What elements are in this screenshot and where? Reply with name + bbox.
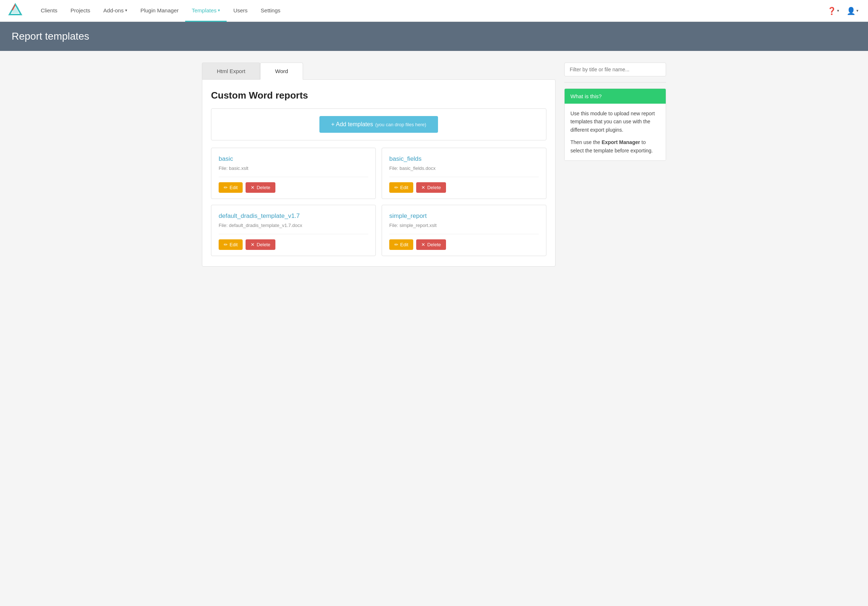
page-header: Report templates [0, 22, 868, 51]
help-icon: ❓ [827, 6, 836, 15]
template-title-simple-report[interactable]: simple_report [389, 212, 539, 220]
logo[interactable] [7, 3, 23, 19]
x-icon: ✕ [251, 242, 255, 247]
user-icon: 👤 [846, 6, 856, 15]
card-actions-basic: ✏ Edit ✕ Delete [219, 182, 368, 193]
info-box: What is this? Use this module to upload … [564, 88, 666, 161]
card-divider [219, 234, 368, 234]
pencil-icon: ✏ [224, 185, 228, 190]
nav-clients[interactable]: Clients [34, 0, 64, 22]
template-title-default-dradis[interactable]: default_dradis_template_v1.7 [219, 212, 368, 220]
template-file-basic-fields: File: basic_fields.docx [389, 166, 539, 171]
help-caret: ▾ [837, 8, 839, 13]
edit-button-simple-report[interactable]: ✏ Edit [389, 239, 413, 250]
template-card-basic: basic File: basic.xslt ✏ Edit ✕ Delete [211, 148, 376, 199]
add-templates-dropzone[interactable]: + Add templates (you can drop files here… [211, 108, 546, 140]
left-panel: Html Export Word Custom Word reports + A… [202, 62, 555, 267]
nav-settings[interactable]: Settings [254, 0, 287, 22]
tab-word[interactable]: Word [260, 62, 303, 80]
info-box-body: Use this module to upload new report tem… [564, 104, 666, 160]
pencil-icon: ✏ [224, 242, 228, 247]
delete-button-basic[interactable]: ✕ Delete [246, 182, 275, 193]
card-actions-basic-fields: ✏ Edit ✕ Delete [389, 182, 539, 193]
page-title: Report templates [12, 31, 856, 42]
nav-plugin-manager[interactable]: Plugin Manager [134, 0, 185, 22]
tab-content-word: Custom Word reports + Add templates (you… [202, 79, 555, 267]
nav-links: Clients Projects Add-ons ▾ Plugin Manage… [34, 0, 825, 22]
filter-input[interactable] [564, 62, 666, 76]
right-sidebar: What is this? Use this module to upload … [564, 62, 666, 267]
template-title-basic[interactable]: basic [219, 155, 368, 163]
template-file-default-dradis: File: default_dradis_template_v1.7.docx [219, 223, 368, 228]
x-icon: ✕ [251, 185, 255, 190]
template-card-basic-fields: basic_fields File: basic_fields.docx ✏ E… [381, 148, 546, 199]
add-templates-label: + Add templates [331, 121, 373, 128]
edit-button-default-dradis[interactable]: ✏ Edit [219, 239, 243, 250]
export-manager-link[interactable]: Export Manager [602, 139, 640, 145]
template-card-default-dradis: default_dradis_template_v1.7 File: defau… [211, 205, 376, 256]
info-text-2-before: Then use the [570, 139, 602, 145]
info-box-header: What is this? [564, 89, 666, 104]
nav-addons[interactable]: Add-ons ▾ [97, 0, 134, 22]
pencil-icon: ✏ [394, 185, 398, 190]
nav-right: ❓ ▾ 👤 ▾ [825, 5, 861, 17]
sidebar-divider [564, 82, 666, 82]
card-divider [219, 177, 368, 177]
info-text-2: Then use the Export Manager to select th… [570, 138, 660, 155]
tabs: Html Export Word [202, 62, 555, 79]
x-icon: ✕ [421, 242, 425, 247]
addons-caret: ▾ [125, 8, 127, 13]
x-icon: ✕ [421, 185, 425, 190]
info-text-1: Use this module to upload new report tem… [570, 110, 660, 134]
templates-caret: ▾ [218, 8, 220, 13]
edit-button-basic-fields[interactable]: ✏ Edit [389, 182, 413, 193]
template-card-simple-report: simple_report File: simple_report.xslt ✏… [381, 205, 546, 256]
nav-users[interactable]: Users [227, 0, 254, 22]
card-actions-default-dradis: ✏ Edit ✕ Delete [219, 239, 368, 250]
templates-grid: basic File: basic.xslt ✏ Edit ✕ Delete [211, 148, 546, 256]
delete-button-default-dradis[interactable]: ✕ Delete [246, 239, 275, 250]
card-actions-simple-report: ✏ Edit ✕ Delete [389, 239, 539, 250]
user-button[interactable]: 👤 ▾ [844, 5, 861, 17]
help-button[interactable]: ❓ ▾ [825, 5, 842, 17]
template-file-basic: File: basic.xslt [219, 166, 368, 171]
pencil-icon: ✏ [394, 242, 398, 247]
user-caret: ▾ [856, 8, 859, 13]
template-title-basic-fields[interactable]: basic_fields [389, 155, 539, 163]
tab-html-export[interactable]: Html Export [202, 62, 260, 79]
template-file-simple-report: File: simple_report.xslt [389, 223, 539, 228]
section-heading: Custom Word reports [211, 90, 546, 101]
nav-templates[interactable]: Templates ▾ [185, 0, 227, 22]
add-templates-button[interactable]: + Add templates (you can drop files here… [319, 116, 438, 133]
main-content: Html Export Word Custom Word reports + A… [190, 51, 678, 278]
delete-button-basic-fields[interactable]: ✕ Delete [416, 182, 446, 193]
add-templates-sublabel: (you can drop files here) [375, 122, 426, 127]
nav-projects[interactable]: Projects [64, 0, 97, 22]
card-divider [389, 177, 539, 177]
edit-button-basic[interactable]: ✏ Edit [219, 182, 243, 193]
navbar: Clients Projects Add-ons ▾ Plugin Manage… [0, 0, 868, 22]
card-divider [389, 234, 539, 234]
delete-button-simple-report[interactable]: ✕ Delete [416, 239, 446, 250]
